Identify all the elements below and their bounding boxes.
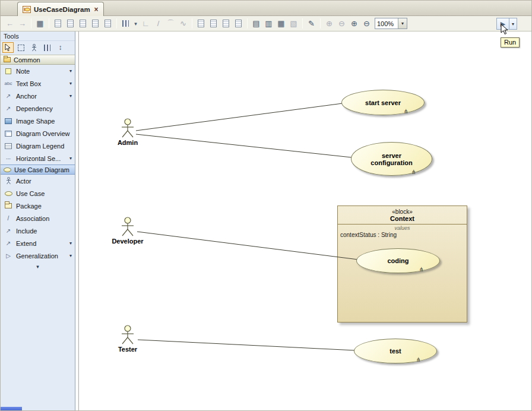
spline-path-icon[interactable]: ∿ bbox=[177, 18, 189, 30]
actor-figure-icon bbox=[120, 325, 135, 345]
tool-item-extend[interactable]: ↗ Extend ▾ bbox=[1, 237, 75, 249]
add-diagram-icon[interactable] bbox=[195, 18, 207, 30]
copy-icon[interactable] bbox=[64, 18, 77, 30]
tool-item-package[interactable]: Package bbox=[1, 200, 75, 212]
chevron-down-icon[interactable]: ▾ bbox=[69, 68, 73, 74]
document-icon bbox=[55, 20, 61, 27]
main-area: Tools ↕ Common Note ▾ bbox=[1, 31, 531, 411]
chevron-down-icon[interactable]: ▾ bbox=[398, 18, 407, 29]
select-tool-icon[interactable] bbox=[2, 42, 14, 53]
chevron-down-icon[interactable]: ▾ bbox=[69, 241, 73, 246]
rake-decomposition-icon[interactable]: ⋔ bbox=[416, 356, 421, 363]
tool-item-note[interactable]: Note ▾ bbox=[1, 65, 75, 77]
tool-item-diagram-legend[interactable]: Diagram Legend bbox=[1, 140, 75, 152]
layout-grid-icon[interactable]: ▦ bbox=[275, 18, 287, 30]
actor-label-developer[interactable]: Developer bbox=[103, 238, 153, 245]
usecase-start-server[interactable]: start server ⋔ bbox=[341, 90, 425, 115]
back-icon[interactable]: ← bbox=[4, 18, 16, 30]
tool-item-diagram-overview[interactable]: Diagram Overview bbox=[1, 127, 75, 140]
stick-figure-icon bbox=[31, 44, 37, 52]
zoom-in-region-icon[interactable]: ⊕ bbox=[323, 18, 335, 30]
rectilinear-path-icon[interactable]: ∟ bbox=[140, 18, 152, 30]
zoom-in-icon[interactable]: ⊕ bbox=[348, 18, 360, 30]
association-admin-startserver[interactable] bbox=[136, 103, 343, 131]
actor-developer[interactable] bbox=[120, 217, 135, 238]
association-tester-test[interactable] bbox=[138, 340, 356, 350]
usecase-test[interactable]: test ⋔ bbox=[354, 339, 437, 363]
chevron-down-icon[interactable]: ▾ bbox=[132, 18, 140, 30]
tool-item-use-case[interactable]: Use Case bbox=[1, 187, 75, 200]
actor-label-tester[interactable]: Tester bbox=[103, 346, 153, 353]
align-shapes-icon[interactable] bbox=[119, 18, 132, 30]
actor-label-admin[interactable]: Admin bbox=[103, 139, 153, 146]
tool-item-generalization[interactable]: ▷ Generalization ▾ bbox=[1, 249, 75, 262]
tool-item-text-box[interactable]: abc Text Box ▾ bbox=[1, 77, 75, 90]
zoom-out-region-icon[interactable]: ⊖ bbox=[335, 18, 348, 30]
usecase-coding[interactable]: coding ⋔ bbox=[356, 248, 440, 273]
show-parents-icon[interactable] bbox=[220, 18, 232, 30]
rake-decomposition-icon[interactable]: ⋔ bbox=[419, 266, 424, 273]
refresh-diagram-icon[interactable] bbox=[232, 18, 245, 30]
layout-hatch-icon[interactable]: ▧ bbox=[287, 18, 300, 30]
panel-collapse-bar[interactable] bbox=[1, 407, 22, 411]
zoom-level-combobox[interactable]: 100% ▾ bbox=[375, 18, 407, 29]
containment-tree-icon[interactable]: ▦ bbox=[34, 18, 46, 30]
tool-item-dependency[interactable]: ↗ Dependency bbox=[1, 102, 75, 115]
association-admin-serverconfiguration[interactable] bbox=[136, 134, 352, 157]
actor-tester[interactable] bbox=[120, 325, 135, 346]
section-label: Use Case Diagram bbox=[14, 166, 69, 173]
document-icon bbox=[210, 20, 217, 27]
more-tools-button[interactable]: ▾ bbox=[1, 262, 75, 271]
document-icon bbox=[198, 20, 204, 27]
section-header-common[interactable]: Common bbox=[1, 55, 75, 65]
actor-mode-tool-icon[interactable] bbox=[28, 42, 40, 53]
chevron-down-icon[interactable]: ▾ bbox=[69, 156, 73, 161]
rake-decomposition-icon[interactable]: ⋔ bbox=[411, 169, 416, 175]
diagram-tab-bar: UseCaseDiagram × bbox=[1, 1, 531, 16]
tab-usecasediagram[interactable]: UseCaseDiagram × bbox=[17, 2, 104, 16]
forward-icon[interactable]: → bbox=[16, 18, 28, 30]
zoom-out-icon[interactable]: ⊖ bbox=[360, 18, 373, 30]
usecase-label: start server bbox=[365, 99, 401, 106]
rake-decomposition-icon[interactable]: ⋔ bbox=[404, 108, 408, 115]
document-icon bbox=[223, 20, 229, 27]
tool-item-actor[interactable]: Actor bbox=[1, 175, 75, 187]
marquee-select-tool-icon[interactable] bbox=[15, 42, 27, 53]
tool-item-label: Extend bbox=[16, 240, 36, 247]
run-options-dropdown[interactable]: ▾ bbox=[509, 18, 517, 30]
print-icon[interactable] bbox=[89, 18, 102, 30]
paste-icon[interactable] bbox=[77, 18, 89, 30]
tool-item-include[interactable]: ↗ Include bbox=[1, 225, 75, 237]
tool-item-label: Diagram Overview bbox=[16, 130, 69, 137]
tool-item-horizontal-separator[interactable]: --- Horizontal Se... ▾ bbox=[1, 152, 75, 165]
tool-item-label: Horizontal Se... bbox=[16, 155, 61, 162]
main-toolbar: ← → ▦ ▾ ∟ / ⌒ ∿ ▤ ▥ ▦ ▧ ✎ ⊕ ⊖ ⊕ ⊖ 100% bbox=[1, 16, 531, 31]
document-icon bbox=[104, 20, 111, 27]
section-header-use-case-diagram[interactable]: Use Case Diagram bbox=[1, 165, 75, 175]
run-tooltip: Run bbox=[501, 37, 520, 48]
association-developer-coding[interactable] bbox=[137, 232, 358, 260]
use-case-icon bbox=[4, 167, 11, 172]
oblique-path-icon[interactable]: / bbox=[152, 18, 164, 30]
edit-compartments-icon[interactable]: ✎ bbox=[305, 18, 318, 30]
curved-path-icon[interactable]: ⌒ bbox=[164, 18, 177, 30]
diagram-canvas[interactable]: «block» Context values contextStatus : S… bbox=[79, 31, 531, 411]
close-icon[interactable]: × bbox=[93, 5, 99, 14]
tool-item-association[interactable]: / Association bbox=[1, 212, 75, 225]
swimlane-tool-icon[interactable] bbox=[42, 42, 53, 53]
grid-icon[interactable]: ▤ bbox=[250, 18, 262, 30]
chevron-down-icon[interactable]: ▾ bbox=[69, 81, 73, 86]
tool-item-anchor[interactable]: ↗ Anchor ▾ bbox=[1, 90, 75, 102]
diagram-properties-icon[interactable] bbox=[207, 18, 220, 30]
actor-admin[interactable] bbox=[120, 118, 135, 140]
image-icon bbox=[4, 118, 13, 124]
sort-tool-icon[interactable]: ↕ bbox=[55, 42, 66, 53]
usecase-server-configuration[interactable]: server configuration ⋔ bbox=[351, 142, 432, 176]
layout-vertical-icon[interactable]: ▥ bbox=[262, 18, 275, 30]
save-image-icon[interactable] bbox=[102, 18, 114, 30]
chevron-down-icon[interactable]: ▾ bbox=[69, 253, 73, 258]
toolbar-separator bbox=[302, 18, 303, 29]
tool-item-image-shape[interactable]: Image Shape bbox=[1, 115, 75, 127]
copy-diagram-icon[interactable] bbox=[52, 18, 64, 30]
chevron-down-icon[interactable]: ▾ bbox=[69, 93, 73, 99]
